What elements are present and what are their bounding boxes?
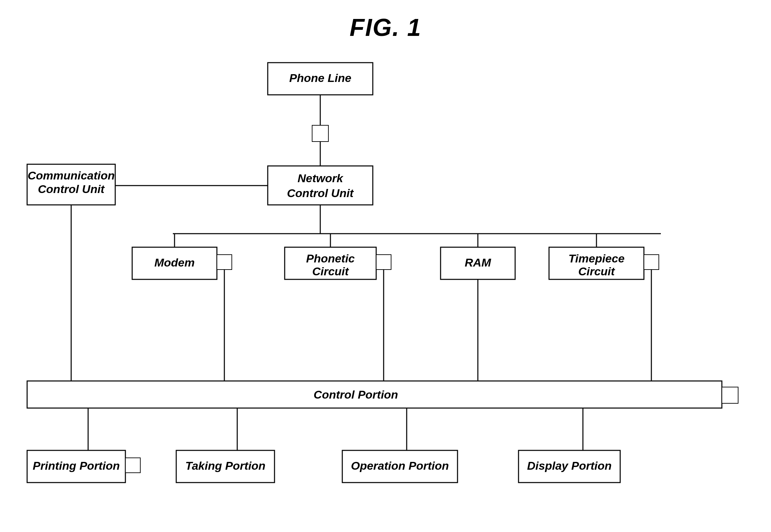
- svg-text:Network: Network: [298, 172, 344, 185]
- svg-text:Control Unit: Control Unit: [287, 187, 354, 199]
- block-diagram: .box-rect { fill: #fff; stroke: #000; st…: [0, 44, 771, 532]
- svg-text:RAM: RAM: [465, 256, 491, 269]
- conn-printing: [125, 458, 140, 473]
- svg-text:Control Portion: Control Portion: [313, 388, 398, 401]
- phone-line-label: Phone Line: [289, 71, 351, 84]
- svg-text:Printing Portion: Printing Portion: [33, 459, 120, 472]
- conn-phone-ncu: [312, 125, 328, 142]
- conn-timepiece: [644, 255, 659, 270]
- svg-text:Phonetic: Phonetic: [306, 252, 355, 265]
- conn-control: [722, 387, 738, 403]
- svg-text:Modem: Modem: [155, 256, 195, 269]
- conn-modem: [217, 255, 232, 270]
- svg-text:Operation Portion: Operation Portion: [351, 459, 449, 472]
- svg-text:Taking Portion: Taking Portion: [185, 459, 266, 472]
- svg-text:Circuit: Circuit: [578, 265, 615, 278]
- svg-text:Communication: Communication: [28, 169, 115, 182]
- figure-title: FIG. 1: [0, 0, 771, 41]
- svg-text:Circuit: Circuit: [312, 265, 349, 278]
- svg-text:Timepiece: Timepiece: [568, 252, 625, 265]
- svg-text:Control Unit: Control Unit: [38, 183, 105, 195]
- conn-phonetic: [376, 255, 391, 270]
- svg-text:Display Portion: Display Portion: [527, 459, 611, 472]
